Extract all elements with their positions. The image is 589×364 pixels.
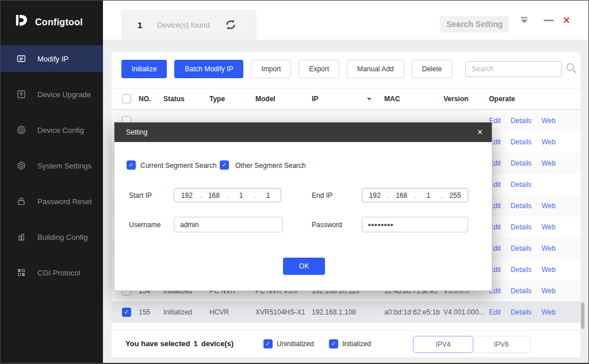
export-button[interactable]: Export <box>299 60 339 78</box>
edit-link[interactable]: Edit <box>489 308 501 316</box>
web-link[interactable]: Web <box>541 287 555 295</box>
close-button[interactable]: × <box>563 1 570 40</box>
other-segment-search-label: Other Segment Search <box>235 162 306 170</box>
ip-octet[interactable]: 168 <box>208 191 220 200</box>
row-checkbox[interactable]: ✓ <box>122 308 131 317</box>
initialized-checkbox[interactable]: ✓ <box>329 339 338 348</box>
password-reset-icon <box>17 197 26 206</box>
dialog-close-icon[interactable]: × <box>477 127 483 137</box>
start-ip-input[interactable]: 192.168.1.1 <box>174 188 281 202</box>
device-config-icon <box>17 125 26 135</box>
minimize-icon <box>544 20 554 21</box>
username-field[interactable] <box>174 217 283 232</box>
web-link[interactable]: Web <box>541 202 555 210</box>
web-link[interactable]: Web <box>541 138 555 146</box>
collapse-arrow-icon[interactable] <box>520 1 529 40</box>
search-setting-button[interactable]: Search Setting <box>440 16 509 32</box>
column-header-ip: IP <box>312 95 384 103</box>
details-link[interactable]: Details <box>511 244 532 252</box>
ipv6-button[interactable]: IPV6 <box>472 336 531 353</box>
sidebar-nav: IPModify IPDevice UpgradeDevice ConfigSy… <box>1 45 103 295</box>
minimize-button[interactable] <box>544 1 554 40</box>
web-link[interactable]: Web <box>541 266 555 274</box>
import-button[interactable]: Import <box>251 60 291 78</box>
details-link[interactable]: Details <box>511 308 532 316</box>
cell-status: Initialized <box>163 308 209 316</box>
device-count-box: 1 Device(s) found <box>121 10 257 40</box>
details-link[interactable]: Details <box>511 202 532 210</box>
selection-count: 1 <box>193 339 197 348</box>
row-actions: EditDetailsWeb <box>489 138 580 146</box>
delete-button[interactable]: Delete <box>412 60 453 78</box>
details-link[interactable]: Details <box>511 117 532 125</box>
batch-modify-ip-button[interactable]: Batch Modify IP <box>174 60 243 78</box>
select-all-checkbox[interactable] <box>122 94 131 104</box>
end-ip-input[interactable]: 192.168.1.255 <box>362 188 468 202</box>
building-config-icon <box>17 232 26 242</box>
details-link[interactable]: Details <box>511 138 532 146</box>
initialize-button[interactable]: Initialize <box>121 60 167 78</box>
column-header-no-: NO. <box>139 95 163 103</box>
details-link[interactable]: Details <box>511 223 532 231</box>
details-link[interactable]: Details <box>511 181 532 189</box>
ok-button[interactable]: OK <box>283 258 325 275</box>
sidebar-item-label: System Settings <box>37 162 91 170</box>
column-header-label: Version <box>443 95 468 103</box>
selection-summary-prefix: You have selected <box>125 339 190 348</box>
refresh-icon[interactable] <box>224 18 237 31</box>
sidebar-item-building-config[interactable]: Building Config <box>1 224 103 250</box>
search-icon[interactable] <box>565 62 577 74</box>
row-actions: EditDetails <box>489 181 580 189</box>
ip-octet[interactable]: 168 <box>395 191 408 200</box>
filter-uninitialized: ✓Uninitialized <box>263 339 314 348</box>
web-link[interactable]: Web <box>541 117 555 125</box>
current-segment-search-label: Current Segment Search <box>140 162 217 170</box>
cell-no: 155 <box>139 308 163 316</box>
details-link[interactable]: Details <box>511 287 532 295</box>
web-link[interactable]: Web <box>541 308 555 316</box>
table-row-155[interactable]: ✓155InitializedHCVRXVR5104HS-X1192.168.1… <box>112 301 580 323</box>
modify-ip-icon: IP <box>17 54 26 63</box>
web-link[interactable]: Web <box>541 223 555 231</box>
sidebar-item-password-reset[interactable]: Password Reset <box>1 188 103 214</box>
uninitialized-label: Uninitialized <box>277 340 314 348</box>
sidebar-item-label: Building Config <box>37 233 87 242</box>
password-field[interactable] <box>362 217 468 232</box>
ip-octet[interactable]: 192 <box>181 191 193 200</box>
details-link[interactable]: Details <box>511 266 532 274</box>
ip-octet[interactable]: 255 <box>449 191 461 200</box>
manual-add-button[interactable]: Manual Add <box>347 60 404 78</box>
web-link[interactable]: Web <box>541 244 555 252</box>
ip-octet[interactable]: 1 <box>422 191 435 200</box>
column-header-operate: Operate <box>489 95 580 103</box>
sidebar-item-cgi-protocol[interactable]: CGI Protocol <box>1 259 103 286</box>
uninitialized-checkbox[interactable]: ✓ <box>263 339 273 348</box>
ip-octet[interactable]: 192 <box>369 191 381 200</box>
ip-octet[interactable]: 1 <box>262 191 274 200</box>
toolbar: InitializeBatch Modify IPImportExportMan… <box>121 60 452 78</box>
row-actions: EditDetailsWeb <box>489 266 580 274</box>
start-ip-label: Start IP <box>129 191 152 200</box>
column-header-label: IP <box>312 95 318 103</box>
other-segment-search-checkbox[interactable]: ✓ <box>220 160 229 170</box>
table-scrollbar-thumb[interactable] <box>581 302 584 329</box>
ip-filter-caret-icon[interactable] <box>367 98 372 101</box>
details-link[interactable]: Details <box>511 159 532 167</box>
search-input[interactable] <box>465 61 562 77</box>
cell-type: HCVR <box>209 308 255 316</box>
sidebar-item-device-config[interactable]: Device Config <box>1 117 103 143</box>
app-logo: Configtool <box>1 1 103 31</box>
end-ip-label: End IP <box>312 191 332 200</box>
ipv4-button[interactable]: IPV4 <box>413 336 473 353</box>
octet-separator: . <box>200 191 201 200</box>
octet-separator: . <box>387 191 389 200</box>
sidebar-item-system-settings[interactable]: System Settings <box>1 152 103 179</box>
column-header-model: Model <box>255 95 312 103</box>
current-segment-search-checkbox[interactable]: ✓ <box>127 160 136 170</box>
sidebar-item-modify-ip[interactable]: IPModify IP <box>1 45 103 72</box>
ip-octet[interactable]: 1 <box>235 191 247 200</box>
sidebar-item-device-upgrade[interactable]: Device Upgrade <box>1 81 103 108</box>
cell-model: XVR5104HS-X1 <box>255 308 312 316</box>
panel-footer: You have selected 1 device(s) ✓Uninitial… <box>112 330 580 357</box>
web-link[interactable]: Web <box>541 159 555 167</box>
